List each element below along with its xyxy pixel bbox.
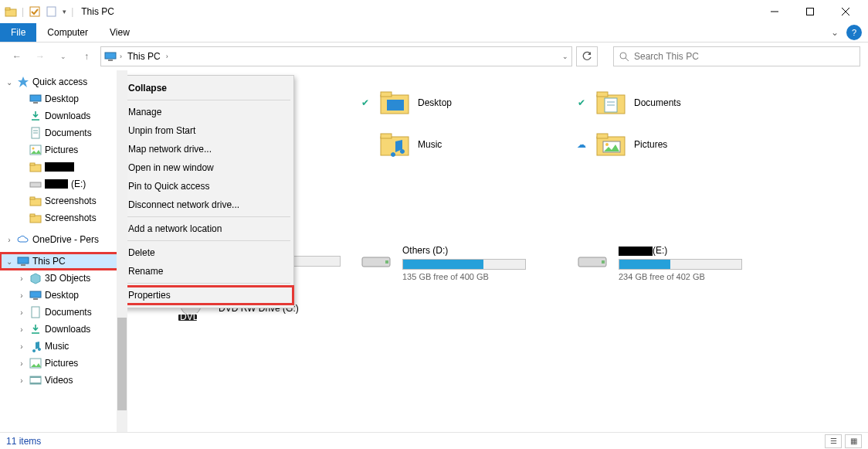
tree-label: Quick access [32,77,87,87]
chevron-down-icon[interactable]: ⌄ [5,257,14,266]
menu-open-new-window[interactable]: Open in new window [127,158,293,177]
qat-dropdown-icon[interactable]: ▾ [63,8,66,15]
3dobjects-icon [29,272,42,284]
minimize-button[interactable] [757,0,792,23]
tree-item-videos-pc[interactable]: ›Videos [0,372,127,389]
tree-item-documents-pc[interactable]: ›Documents [0,304,127,321]
drive-icon [359,245,393,271]
tree-item-pictures[interactable]: Pictures [0,141,127,158]
tree-item-redacted-folder[interactable] [0,158,127,175]
context-menu: Collapse Manage Unpin from Start Map net… [127,75,294,308]
back-button[interactable]: ← [8,47,26,66]
menu-properties[interactable]: Properties [127,286,293,304]
chevron-right-icon[interactable]: › [17,376,26,385]
menu-pin-quick-access[interactable]: Pin to Quick access [127,177,293,196]
chevron-right-icon[interactable]: › [17,359,26,368]
menu-unpin-start[interactable]: Unpin from Start [127,121,293,140]
capacity-bar [402,259,526,270]
menu-rename[interactable]: Rename [127,262,293,281]
tree-item-screenshots-2[interactable]: Screenshots [0,209,127,226]
sync-ok-icon: ✔ [359,97,371,108]
menu-delete[interactable]: Delete [127,243,293,262]
properties-qat-icon[interactable] [29,5,41,18]
search-input[interactable] [634,51,855,62]
svg-line-11 [626,58,629,61]
explorer-icon [5,5,17,18]
tab-file[interactable]: File [0,23,36,42]
view-large-icons-button[interactable]: ▦ [845,434,862,448]
menu-manage[interactable]: Manage [127,103,293,121]
folder-music[interactable]: Music [359,131,575,158]
menu-disconnect-drive[interactable]: Disconnect network drive... [127,196,293,214]
tree-label: OneDrive - Pers [32,234,99,245]
help-button[interactable]: ? [846,25,862,40]
view-details-button[interactable]: ☰ [825,434,842,448]
tree-label: Documents [45,128,92,138]
recent-locations-button[interactable]: ⌄ [54,47,73,66]
svg-rect-23 [30,182,41,187]
chevron-right-icon[interactable]: › [17,325,26,334]
new-folder-qat-icon[interactable] [46,5,58,18]
drive-others-d[interactable]: Others (D:) 135 GB free of 400 GB [359,245,575,281]
status-text: 11 items [6,436,41,447]
folder-documents[interactable]: ✔ Documents [575,89,792,117]
svg-rect-38 [30,383,41,384]
menu-add-network-location[interactable]: Add a network location [127,219,293,238]
tree-item-desktop-pc[interactable]: ›Desktop [0,287,127,304]
tree-this-pc[interactable]: ⌄ This PC [0,253,127,270]
chevron-right-icon[interactable]: › [17,342,26,351]
address-chevron-icon[interactable]: › [120,53,122,60]
tree-item-desktop[interactable]: Desktop [0,90,127,107]
refresh-button[interactable] [576,46,598,66]
tree-item-documents[interactable]: Documents [0,124,127,141]
chevron-right-icon[interactable]: › [5,236,14,244]
ribbon-expand-icon[interactable]: ⌄ [831,27,839,38]
folder-label: Pictures [634,139,667,150]
svg-rect-8 [105,53,116,59]
chevron-down-icon[interactable]: ⌄ [5,78,14,87]
tree-item-pictures-pc[interactable]: ›Pictures [0,355,127,372]
folder-label: Desktop [418,97,452,108]
drive-name: (E:) [619,245,742,256]
folder-icon [29,161,42,173]
thispc-icon [17,255,29,267]
search-box[interactable] [613,46,860,66]
close-button[interactable] [828,0,863,23]
chevron-right-icon[interactable]: › [17,274,26,283]
address-dropdown-icon[interactable]: ⌄ [562,53,568,60]
up-button[interactable]: ↑ [77,47,96,66]
tree-item-3dobjects[interactable]: ›3D Objects [0,270,127,287]
folder-pictures[interactable]: ☁ Pictures [575,131,792,158]
tree-item-downloads-pc[interactable]: ›Downloads [0,321,127,338]
tree-label: Screenshots [45,196,97,206]
menu-collapse[interactable]: Collapse [127,79,293,97]
redacted-text [45,179,68,189]
svg-rect-13 [30,95,41,101]
breadcrumb[interactable]: This PC [125,51,163,62]
address-bar[interactable]: › This PC › ⌄ [100,46,572,66]
svg-marker-30 [31,274,40,284]
tree-onedrive[interactable]: › OneDrive - Pers [0,231,127,248]
tree-item-music-pc[interactable]: ›Music [0,338,127,355]
chevron-right-icon[interactable]: › [17,308,26,317]
tab-view[interactable]: View [99,23,141,42]
tree-quick-access[interactable]: ⌄ Quick access [0,73,127,90]
drive-e[interactable]: (E:) 234 GB free of 402 GB [575,245,792,281]
qat-divider: | [22,6,24,17]
tab-computer[interactable]: Computer [36,23,99,42]
tree-item-e-drive[interactable]: (E:) [0,175,127,192]
forward-button[interactable]: → [31,47,49,66]
maximize-button[interactable] [792,0,828,23]
tree-item-screenshots[interactable]: Screenshots [0,192,127,209]
chevron-right-icon[interactable]: › [17,291,26,300]
svg-rect-5 [807,9,814,15]
desktop-folder-icon [379,89,410,117]
documents-icon [29,306,42,318]
menu-map-drive[interactable]: Map network drive... [127,140,293,158]
svg-rect-41 [387,100,404,111]
folder-desktop[interactable]: ✔ Desktop [359,89,575,117]
tree-label: (E:) [71,179,86,189]
tree-scrollbar-thumb[interactable] [117,318,127,410]
tree-item-downloads[interactable]: Downloads [0,107,127,124]
address-chevron-icon[interactable]: › [166,53,168,60]
